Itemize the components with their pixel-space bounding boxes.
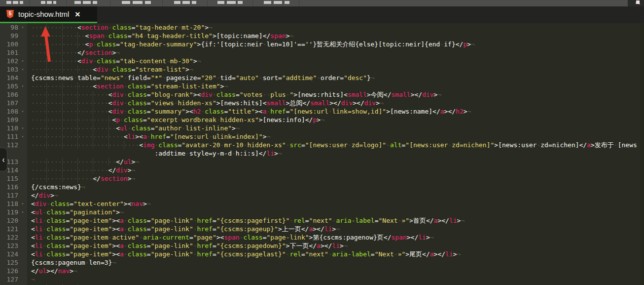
fold-arrow-icon [18,267,27,275]
code-line[interactable]: :addtime·style=y-m-d·h:i:s]</li>¬ [0,149,644,158]
code-line[interactable]: 103▾················<div·class="stream-l… [0,65,644,74]
fold-arrow-icon [18,242,27,250]
code-line[interactable]: 101············</section>¬ [0,48,644,57]
menu-bar [0,0,644,6]
app-icon [636,0,640,4]
menu-item[interactable] [253,0,299,6]
fold-arrow-icon [18,90,27,99]
code-line[interactable]: 109·····················<p·class="excerp… [0,116,644,124]
line-number: 111 [0,132,18,141]
line-number: 127 [0,275,18,284]
code-line[interactable]: 118▾<div·class="text-center"><nav>¬ [0,200,644,208]
code-line[interactable]: 110▾······················<ul·class="aut… [0,124,644,132]
line-number: 116 [0,183,18,191]
fold-arrow-icon[interactable]: ▾ [18,208,27,216]
fold-arrow-icon [18,149,27,158]
code-line[interactable]: 124<li·class="page-item"><a·class="page-… [0,250,644,258]
fold-arrow-icon [18,258,27,267]
line-number: 98 [0,23,18,32]
line-number: 104 [0,74,18,82]
fold-arrow-icon[interactable]: ▾ [18,23,27,32]
fold-arrow-icon [18,233,27,242]
sidebar-collapse-handle[interactable]: ❮ [0,148,7,171]
menu-spacer [299,0,628,6]
line-number: 106 [0,90,18,99]
fold-arrow-icon[interactable]: ▾ [18,65,27,74]
code-line[interactable]: 116{/cscms:news}¬ [0,183,644,191]
code-line[interactable]: 98▾············<section·class="tag-heade… [0,23,644,32]
tab-bar: 5 topic-show.html ✕ [0,6,644,23]
code-line[interactable]: 112····························<img·clas… [0,141,644,149]
menu-strip [0,0,628,6]
menu-item[interactable] [163,0,208,6]
fold-arrow-icon [18,40,27,48]
line-number: 103 [0,65,18,74]
line-number: 117 [0,191,18,200]
fold-arrow-icon [18,174,27,183]
menu-item[interactable] [30,0,67,6]
code-line[interactable]: 99··············<span·class="h4·tag-head… [0,32,644,40]
fold-arrow-icon[interactable]: ▾ [18,132,27,141]
code-line[interactable]: 121<li·class="page-item"><a·class="page-… [0,225,644,233]
code-line[interactable]: 123<li·class="page-item"><a·class="page-… [0,242,644,250]
fold-arrow-icon [18,275,27,284]
close-tab-icon[interactable]: ✕ [74,10,80,18]
line-number: 102 [0,57,18,65]
line-number: 119 [0,208,18,216]
code-line[interactable]: 104{cscms:news·table="news"·field="*"·pa… [0,74,644,82]
fold-arrow-icon[interactable]: ▾ [18,200,27,208]
menu-item[interactable] [110,0,163,6]
fold-arrow-icon [18,216,27,225]
fold-arrow-icon [18,74,27,82]
fold-arrow-icon [18,158,27,166]
code-line[interactable]: 108▾····················<div·class="summ… [0,107,644,116]
code-line[interactable]: 111▾························<li><a·href=… [0,132,644,141]
code-line[interactable]: 115················</section>¬ [0,174,644,183]
annotation-arrow [40,26,60,65]
code-line[interactable]: 119▾<ul·class="pagination">¬ [0,208,644,216]
fold-arrow-icon [18,48,27,57]
code-line[interactable]: 122<li·class="page-item·active"·aria-cur… [0,233,644,242]
code-line[interactable]: 114····················</div>¬ [0,166,644,174]
fold-arrow-icon [18,250,27,258]
html5-file-icon: 5 [6,10,14,18]
line-number: 125 [0,258,18,267]
code-line[interactable]: 102▾············<div·class="tab-content·… [0,57,644,65]
fold-arrow-icon[interactable]: ▾ [18,57,27,65]
line-number: 115 [0,174,18,183]
tab-topic-show[interactable]: 5 topic-show.html ✕ [0,6,97,23]
code-line[interactable]: 113······················</ul>¬ [0,158,644,166]
line-number: 126 [0,267,18,275]
fold-arrow-icon [18,183,27,191]
line-number: 105 [0,82,18,90]
code-line[interactable]: 127¬ [0,275,644,284]
code-line[interactable]: 107····················<div·class="views… [0,99,644,107]
code-line[interactable]: 117</div>¬ [0,191,644,200]
line-number: 124 [0,250,18,258]
fold-arrow-icon [18,99,27,107]
fold-arrow-icon [18,191,27,200]
chevron-left-icon: ❮ [2,157,5,163]
line-number: 118 [0,200,18,208]
code-line[interactable]: 125{cscms:pagenum·len=3}¬ [0,258,644,267]
line-number: 107 [0,99,18,107]
code-line[interactable]: 106····················<div·class="blog-… [0,90,644,99]
fold-arrow-icon[interactable]: ▾ [18,124,27,132]
code-editor[interactable]: 98▾············<section·class="tag-heade… [0,23,644,285]
fold-arrow-icon[interactable]: ▾ [18,82,27,90]
code-line[interactable]: 105▾················<section·class="stre… [0,82,644,90]
code-line[interactable]: 126</ul></nav>¬ [0,267,644,275]
line-number: 121 [0,225,18,233]
line-number: 99 [0,32,18,40]
line-number: 108 [0,107,18,116]
menu-item[interactable] [67,0,110,6]
code-line[interactable]: 100··············<p·class="tag-header-su… [0,40,644,48]
fold-arrow-icon[interactable]: ▾ [18,107,27,116]
line-number: 100 [0,40,18,48]
fold-arrow-icon [18,116,27,124]
code-line[interactable]: 120<li·class="page-item"><a·class="page-… [0,216,644,225]
line-number: 110 [0,124,18,132]
menu-item[interactable] [0,0,30,6]
menu-item[interactable] [208,0,253,6]
line-number: 123 [0,242,18,250]
